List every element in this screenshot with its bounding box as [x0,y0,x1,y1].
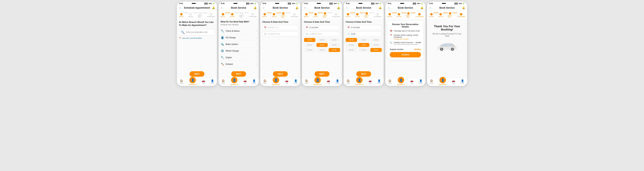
time-slot-5-7[interactable]: 00:00 [358,48,370,52]
home-icon-2: 🏠 [222,79,225,82]
time-slot-4-3[interactable]: 00:00 [304,43,316,47]
service-check-advice[interactable]: 🔧 Check & Advice › [220,28,257,34]
next-button-2[interactable]: NEXT [231,71,246,77]
service-brake[interactable]: 🔩 Brake System › [220,41,257,48]
time-input-3[interactable]: 🕐 Available Times [262,32,298,36]
notification-icon-1[interactable]: 🔔 [212,7,215,9]
time-slot-4-5[interactable]: 00:00 [328,43,340,47]
check-advice-icon: 🔧 [220,29,224,33]
search-input[interactable] [186,31,213,33]
nav-profile-7[interactable]: 👤 Profile [460,79,464,85]
service-wheel[interactable]: ⚙️ Wheel Change › [220,48,257,54]
back-button-3[interactable]: ← [262,6,265,10]
nav-profile-5[interactable]: 👤 Profile [377,79,381,85]
date-input-3[interactable]: 📅 MM/DD/YYYY [262,25,298,30]
time-slot-4-7[interactable]: 00:00 [316,48,328,52]
step-b-4: Confirmation [249,13,257,17]
bottom-nav-2: 🏠 Home 👤 Appointmnet 🚗 Trip 👤 Profile [218,78,259,86]
content-1: At Which Branch Would You Like To Make A… [177,19,217,69]
change-location-link[interactable]: Change your location [394,38,421,40]
connector-b3 [244,13,249,13]
time-slot-4-6[interactable]: 00:00 [304,48,316,52]
next-button-4[interactable]: NEXT [314,71,330,77]
service-engine[interactable]: 🔧 Engine › [220,54,257,61]
appointment-icon-center-3[interactable]: 👤 [273,77,279,83]
date-input-4[interactable]: 📅 27.04.2024 [304,25,340,30]
nav-trip-4[interactable]: 🚗 Trip [327,79,330,85]
nav-home-5[interactable]: 🏠 Home [346,79,350,85]
time-slot-5-1[interactable]: 00:00 [358,38,370,42]
nav-profile-3[interactable]: 👤 Profile [294,79,298,85]
nav-profile-2[interactable]: 👤 Profile [252,79,256,85]
nav-trip-2[interactable]: 🚗 Trip [244,79,247,85]
nav-trip-7[interactable]: 🚗 Trip [452,79,455,85]
back-button-4[interactable]: ← [304,6,307,10]
back-button-7[interactable]: ← [429,6,432,10]
nav-home-2[interactable]: 🏠 Home [221,79,225,85]
nav-trip-6[interactable]: 🚗 Trip [410,79,413,85]
engine-label: Engine [226,56,232,59]
time-slot-5-3[interactable]: 00:00 [346,43,357,47]
bottom-nav-7: 🏠 Home 👤 Appointmnet 🚗 Trip 👤 Profile [427,78,467,86]
nav-home-4[interactable]: 🏠 Home [304,79,308,85]
service-item-left-5: 🔧 Engine [220,56,232,59]
time-slot-5-2[interactable]: 00:00 [370,38,382,42]
next-button-1[interactable]: NEXT [190,71,204,77]
location-link[interactable]: 📍 Use your current location [179,37,215,39]
notification-icon-6[interactable]: 🔔 [420,7,424,9]
nav-appointment-7[interactable]: 👤 Appointmnet [438,79,446,85]
time-input-4[interactable]: 🕐 Available Times [304,32,340,36]
back-button-2[interactable]: ← [220,6,224,10]
connector-c3 [286,13,290,13]
time-slot-5-5[interactable]: 00:00 [370,43,382,47]
notification-icon-2[interactable]: 🔔 [254,7,257,9]
date-input-5[interactable]: 📅 27.04.2024 [346,25,382,30]
nav-appointment-3[interactable]: 👤 Appointmnet [272,79,280,85]
time-slot-4-1[interactable]: 00:00 [316,38,328,42]
nav-profile-6[interactable]: 👤 Profile [419,79,423,85]
back-button-1[interactable]: ← [179,6,182,10]
time-slot-4-2[interactable]: 00:00 [328,38,340,42]
confirm-button[interactable]: Confirm [390,52,421,57]
time-input-5[interactable]: 🕐 12:00 [346,32,382,36]
appointment-icon-center-1[interactable]: 👤 [189,77,196,83]
next-button-5[interactable]: NEXT [356,71,371,77]
next-button-3[interactable]: NEXT [273,71,288,77]
notification-icon-7[interactable]: 🔔 [462,7,465,9]
nav-home-3[interactable]: 🏠 Home [263,79,267,85]
nav-trip-1[interactable]: 🚗 Trip [202,79,205,85]
nav-home-7[interactable]: 🏠 Home [430,79,434,85]
home-label-2: Home [221,83,225,84]
nav-profile-4[interactable]: 👤 Profile [336,79,340,85]
nav-home-6[interactable]: 🏠 Home [388,79,392,85]
nav-appointment-4[interactable]: 👤 Appointmnet [314,79,322,85]
step-label-branch: Branch [179,16,184,17]
nav-home-1[interactable]: 🏠 Home [180,79,183,85]
time-slot-5-8[interactable]: 00:00 [370,48,382,52]
service-oil-change[interactable]: 🛢️ Oil Change › [220,34,257,41]
nav-appointment-1[interactable]: 👤 Appointmnet [188,79,196,85]
search-box[interactable]: 🔍 [179,29,215,36]
back-button-6[interactable]: ← [387,6,390,10]
nav-trip-5[interactable]: 🚗 Trip [368,79,372,85]
appointment-icon-center-2[interactable]: 👤 [231,77,238,83]
step-c-2: Service [272,13,276,17]
notification-icon-5[interactable]: 🔔 [379,7,382,9]
time-slot-5-6[interactable]: 00:00 [346,48,357,52]
time-slot-5-0[interactable]: 00:00 [346,38,357,42]
time-slot-4-8[interactable]: 00:00 [328,48,340,52]
nav-appointment-5[interactable]: 👤 Appointmnet [355,79,363,85]
time-slot-5-4[interactable]: 12:00 [358,43,370,47]
nav-profile-1[interactable]: 👤 Profile [210,79,214,85]
notification-icon-4[interactable]: 🔔 [337,7,340,9]
time-slot-4-0[interactable]: 00:00 [304,38,316,42]
back-button-5[interactable]: ← [346,6,348,10]
nav-trip-3[interactable]: 🚗 Trip [285,79,288,85]
chevron-2: › [256,37,257,39]
service-exhaust[interactable]: 🔨 Exhaust › [220,61,257,67]
time-slot-4-4[interactable]: 00:00 [316,43,328,47]
chevron-1: › [256,30,257,32]
nav-appointment-6[interactable]: 👤 Appointmnet [397,79,405,85]
nav-appointment-2[interactable]: 👤 Appointmnet [230,79,238,85]
notification-icon-3[interactable]: 🔔 [295,7,298,9]
